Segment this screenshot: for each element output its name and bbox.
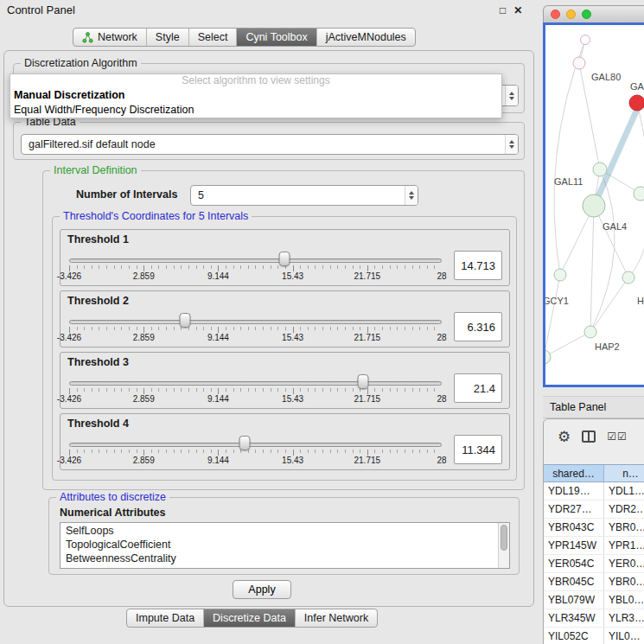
tab-jactivemnodules[interactable]: jActiveMNodules — [316, 29, 415, 46]
tab-network-label: Network — [98, 31, 137, 43]
table-cell[interactable]: YER0… — [604, 555, 644, 572]
table-row[interactable]: YBL079W YBL0… — [544, 591, 644, 609]
table-cell[interactable]: YDR2… — [604, 501, 644, 518]
threshold-3-slider[interactable]: -3.4262.8599.14415.4321.71528 — [69, 370, 442, 406]
table-cell[interactable]: YDL1… — [604, 482, 644, 500]
threshold-4-label: Threshold 4 — [67, 418, 129, 430]
network-graph[interactable]: GAL80 GA GAL11 GAL4 GCY1 H HAP2 — [545, 25, 644, 385]
table-cell[interactable]: YBL079W — [544, 591, 604, 609]
network-canvas[interactable]: GAL80 GA GAL11 GAL4 GCY1 H HAP2 — [543, 22, 644, 387]
table-row[interactable]: YIL052C YIL0… — [544, 628, 644, 644]
column-settings-icon[interactable] — [582, 430, 596, 443]
combobox-stepper-icon[interactable] — [405, 186, 418, 205]
tab-impute-data[interactable]: Impute Data — [127, 609, 203, 627]
scale-tick-label: 9.144 — [207, 333, 229, 342]
table-cell[interactable]: YLR3… — [604, 609, 644, 627]
threshold-2-value-field[interactable]: 6.316 — [454, 312, 502, 341]
threshold-3-value-field[interactable]: 21.4 — [454, 373, 502, 403]
gear-icon[interactable]: ⚙ — [558, 430, 571, 444]
table-cell[interactable]: YBR043C — [544, 519, 604, 536]
table-cell[interactable]: YIL0… — [604, 628, 644, 644]
attribute-list-item[interactable]: SelfLoops — [61, 524, 498, 538]
table-row[interactable]: YBR043C YBR0… — [544, 519, 644, 537]
attribute-list-item[interactable]: BetweennessCentrality — [61, 552, 498, 565]
network-node-gal4[interactable] — [583, 194, 605, 217]
network-node[interactable] — [554, 269, 566, 281]
number-of-intervals-combobox[interactable]: 5 — [190, 185, 418, 206]
table-row[interactable]: YDR27… YDR2… — [544, 501, 644, 519]
threshold-4-slider[interactable]: -3.4262.8599.14415.4321.71528 — [69, 431, 442, 468]
table-cell[interactable]: YPR1… — [604, 537, 644, 554]
table-cell[interactable]: YER054C — [544, 555, 604, 572]
tab-style[interactable]: Style — [146, 29, 188, 46]
network-node[interactable] — [593, 163, 607, 176]
threshold-2-slider-thumb[interactable] — [179, 313, 190, 328]
network-node[interactable] — [573, 57, 585, 69]
dropdown-item-equal-width-frequency[interactable]: Equal Width/Frequency Discretization — [10, 103, 501, 118]
selected-red-node[interactable] — [629, 95, 644, 111]
network-node[interactable] — [545, 350, 551, 364]
network-node[interactable] — [622, 271, 634, 284]
network-window-titlebar[interactable] — [543, 5, 644, 22]
attribute-list-item[interactable]: TopologicalCoefficient — [61, 538, 498, 552]
scale-tick-label: 15.43 — [282, 394, 303, 404]
threshold-3-slider-thumb[interactable] — [358, 374, 369, 389]
slider-track[interactable] — [69, 443, 442, 447]
table-cell[interactable]: YDL19… — [544, 482, 604, 500]
scale-tick-label: 28 — [437, 271, 446, 281]
scale-tick-label: -3.426 — [57, 456, 81, 465]
table-row[interactable]: YLR345W YLR3… — [544, 609, 644, 628]
close-window-icon[interactable] — [551, 10, 560, 19]
threshold-1-slider-thumb[interactable] — [278, 252, 290, 266]
table-row[interactable]: YDL19… YDL1… — [544, 482, 644, 501]
tab-select[interactable]: Select — [188, 29, 237, 46]
table-row[interactable]: YBR045C YBR0… — [544, 573, 644, 591]
dropdown-item-manual-discretization[interactable]: Manual Discretization — [10, 88, 501, 103]
table-cell[interactable]: YIL052C — [544, 628, 604, 644]
tab-cyni-toolbox[interactable]: Cyni Toolbox — [236, 29, 316, 46]
combobox-stepper-icon[interactable] — [505, 86, 518, 105]
list-scrollbar[interactable] — [498, 523, 509, 568]
threshold-2-slider[interactable]: -3.4262.8599.14415.4321.71528 — [69, 309, 442, 345]
threshold-1-value-field[interactable]: 14.713 — [454, 251, 502, 280]
combobox-stepper-icon[interactable] — [505, 135, 518, 154]
table-cell[interactable]: YLR345W — [544, 609, 604, 627]
tab-infer-network-label: Infer Network — [304, 612, 368, 624]
slider-track[interactable] — [69, 320, 442, 324]
column-header-shared-name[interactable]: shared… — [544, 465, 604, 481]
slider-track[interactable] — [69, 381, 442, 386]
tab-infer-network[interactable]: Infer Network — [295, 609, 377, 627]
column-header-name[interactable]: n… — [604, 465, 644, 481]
zoom-window-icon[interactable] — [582, 10, 591, 19]
attributes-group-title: Attributes to discretize — [56, 491, 169, 503]
table-cell[interactable]: YBR045C — [544, 573, 604, 590]
numerical-attributes-list[interactable]: SelfLoopsTopologicalCoefficientBetweenne… — [60, 522, 510, 569]
cyni-toolbox-panel: Discretization Algorithm Select algorith… — [3, 50, 534, 607]
threshold-4-slider-thumb[interactable] — [239, 436, 250, 450]
threshold-1-slider[interactable]: -3.4262.8599.14415.4321.71528 — [69, 247, 442, 284]
minimize-window-icon[interactable] — [566, 10, 576, 19]
float-window-icon[interactable]: □ — [500, 4, 506, 16]
scrollbar-thumb[interactable] — [501, 525, 507, 551]
table-data-combobox[interactable]: galFiltered.sif default node — [21, 134, 519, 155]
table-row[interactable]: YPR145W YPR1… — [544, 537, 644, 555]
table-cell[interactable]: YDR27… — [544, 501, 604, 518]
close-icon[interactable]: ✕ — [513, 4, 522, 16]
threshold-4-value-field[interactable]: 11.344 — [454, 435, 502, 464]
table-row[interactable]: YER054C YER0… — [544, 555, 644, 573]
threshold-3-label: Threshold 3 — [67, 356, 129, 368]
network-node[interactable] — [584, 326, 596, 338]
table-cell[interactable]: YBR0… — [604, 573, 644, 590]
select-columns-checkbox-icons[interactable]: ☑☑ — [607, 430, 628, 443]
table-cell[interactable]: YBR0… — [604, 519, 644, 536]
tab-network[interactable]: Network — [73, 29, 146, 46]
network-node[interactable] — [581, 35, 590, 45]
dropdown-placeholder: Select algorithm to view settings — [10, 74, 501, 88]
network-node[interactable] — [634, 187, 644, 201]
table-cell[interactable]: YPR145W — [544, 537, 604, 554]
slider-track[interactable] — [69, 258, 442, 263]
window-controls: □ ✕ — [500, 0, 522, 21]
tab-discretize-data[interactable]: Discretize Data — [203, 609, 295, 627]
table-cell[interactable]: YBL0… — [604, 591, 644, 609]
apply-button[interactable]: Apply — [233, 580, 291, 599]
